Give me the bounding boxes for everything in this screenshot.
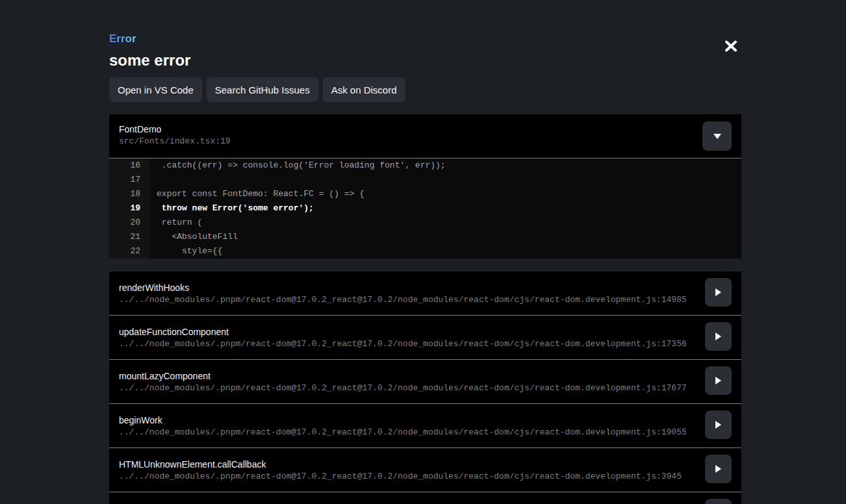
expand-frame-button[interactable]	[705, 455, 732, 483]
action-button-search-github-issues[interactable]: Search GitHub Issues	[207, 77, 318, 102]
line-number: 20	[109, 216, 150, 230]
chevron-right-icon	[715, 288, 721, 296]
chevron-right-icon	[715, 421, 721, 429]
expand-frame-button[interactable]	[705, 499, 732, 504]
error-overlay: Error some error Open in VS CodeSearch G…	[109, 0, 741, 504]
stack-frame-updateFunctionComponent: updateFunctionComponent../../node_module…	[109, 316, 741, 360]
frame-function-name: beginWork	[119, 415, 741, 426]
stack-trace-list: renderWithHooks../../node_modules/.pnpm/…	[109, 271, 741, 504]
action-button-ask-on-discord[interactable]: Ask on Discord	[323, 77, 405, 102]
line-number: 16	[109, 158, 150, 173]
code-line-16: 16 .catch((err) => console.log('Error lo…	[109, 158, 741, 173]
chevron-right-icon	[715, 377, 721, 384]
line-number: 17	[109, 173, 150, 187]
frame-function-name: renderWithHooks	[119, 283, 741, 294]
line-number: 22	[109, 244, 150, 258]
stack-frame-mountLazyComponent: mountLazyComponent../../node_modules/.pn…	[109, 360, 741, 404]
code-line-17: 17	[109, 173, 741, 187]
line-source: export const FontDemo: React.FC = () => …	[150, 187, 365, 201]
error-message: some error	[109, 52, 741, 69]
stack-frame-renderWithHooks: renderWithHooks../../node_modules/.pnpm/…	[109, 271, 741, 316]
chevron-right-icon	[715, 465, 721, 473]
line-source: throw new Error('some error');	[150, 201, 314, 216]
frame-file-path: ../../node_modules/.pnpm/react-dom@17.0.…	[119, 428, 741, 437]
code-line-22: 22 style={{	[109, 244, 741, 258]
frame-function-name: HTMLUnknownElement.callCallback	[119, 459, 741, 470]
frame-function-name: updateFunctionComponent	[119, 327, 741, 338]
frame-file-path: ../../node_modules/.pnpm/react-dom@17.0.…	[119, 384, 741, 393]
expand-frame-button[interactable]	[705, 410, 732, 439]
expand-frame-button[interactable]	[705, 278, 732, 307]
chevron-right-icon	[715, 333, 721, 340]
source-frame-location: src/Fonts/index.tsx:19	[119, 137, 741, 146]
collapse-frame-button[interactable]	[702, 121, 732, 151]
action-button-open-in-vs-code[interactable]: Open in VS Code	[109, 77, 202, 102]
error-type-label: Error	[109, 32, 136, 45]
close-icon	[724, 40, 737, 52]
source-frame-header: FontDemo src/Fonts/index.tsx:19	[109, 114, 741, 158]
stack-frame-beginWork: beginWork../../node_modules/.pnpm/react-…	[109, 404, 741, 448]
line-source: .catch((err) => console.log('Error loadi…	[150, 158, 446, 173]
frame-file-path: ../../node_modules/.pnpm/react-dom@17.0.…	[119, 472, 741, 481]
line-number: 21	[109, 230, 150, 244]
close-button[interactable]	[724, 40, 737, 52]
frame-file-path: ../../node_modules/.pnpm/react-dom@17.0.…	[119, 296, 741, 305]
line-source: style={{	[150, 244, 222, 258]
frame-function-name: mountLazyComponent	[119, 371, 741, 382]
code-line-21: 21 <AbsoluteFill	[109, 230, 741, 244]
code-line-19: 19 throw new Error('some error');	[109, 201, 741, 216]
expand-frame-button[interactable]	[705, 366, 732, 395]
source-frame-card: FontDemo src/Fonts/index.tsx:19 16 .catc…	[109, 114, 741, 258]
chevron-down-icon	[713, 134, 721, 139]
code-line-18: 18export const FontDemo: React.FC = () =…	[109, 187, 741, 201]
source-frame-name: FontDemo	[119, 124, 741, 134]
code-line-20: 20 return (	[109, 216, 741, 230]
line-number: 18	[109, 187, 150, 201]
line-number: 19	[109, 201, 150, 216]
action-buttons: Open in VS CodeSearch GitHub IssuesAsk o…	[109, 77, 741, 102]
line-source	[150, 173, 157, 187]
frame-file-path: ../../node_modules/.pnpm/react-dom@17.0.…	[119, 340, 741, 349]
code-snippet: 16 .catch((err) => console.log('Error lo…	[109, 158, 741, 258]
stack-frame-hidden	[109, 492, 741, 504]
line-source: <AbsoluteFill	[150, 230, 238, 244]
line-source: return (	[150, 216, 202, 230]
expand-frame-button[interactable]	[705, 322, 732, 351]
stack-frame-HTMLUnknownElement.callCallback: HTMLUnknownElement.callCallback../../nod…	[109, 448, 741, 492]
